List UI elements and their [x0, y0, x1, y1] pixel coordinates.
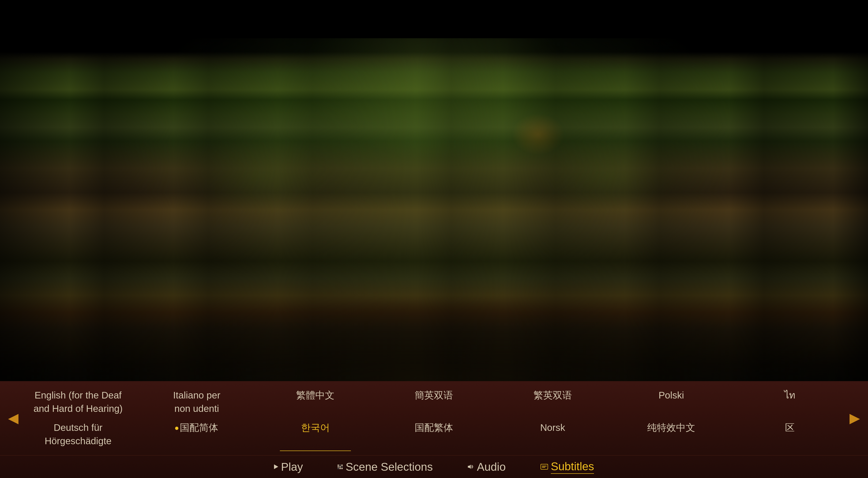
subtitle-english-hoh[interactable]: English (for the Deafand Hard of Hearing…	[19, 386, 137, 418]
scene-cell	[341, 465, 343, 466]
play-nav-item[interactable]: Play	[274, 460, 303, 473]
play-label: Play	[281, 460, 303, 473]
scene-selections-label: Scene Selections	[345, 460, 433, 473]
subtitle-pure-chinese[interactable]: 纯特效中文	[612, 418, 731, 451]
top-bar	[0, 0, 868, 38]
active-dot	[175, 427, 178, 430]
subtitle-icon	[540, 464, 548, 470]
scene-cell	[341, 466, 343, 468]
subtitle-simplified-english[interactable]: 簡英双语	[375, 386, 493, 418]
subtitles-label: Subtitles	[551, 460, 594, 474]
scene-cell	[338, 465, 339, 466]
subtitle-options-grid: English (for the Deafand Hard of Hearing…	[0, 381, 868, 455]
scene-grid-icon	[338, 465, 343, 469]
scene-cell	[339, 468, 341, 469]
svg-rect-2	[542, 466, 547, 467]
subtitle-traditional-english[interactable]: 繁英双语	[493, 386, 612, 418]
scene-selections-nav-item[interactable]: Scene Selections	[338, 460, 433, 473]
scene-row-2	[338, 466, 343, 468]
nav-bar: Play	[0, 455, 868, 478]
speaker-svg	[467, 464, 474, 469]
play-triangle	[274, 465, 278, 469]
audio-icon	[467, 464, 474, 469]
subtitle-blocked[interactable]: 区	[731, 418, 849, 451]
scene-row-1	[338, 465, 343, 466]
subtitle-polski[interactable]: Polski	[612, 386, 731, 418]
svg-rect-1	[541, 464, 548, 469]
play-icon	[274, 465, 278, 469]
audio-nav-item[interactable]: Audio	[467, 460, 506, 473]
subtitle-korean[interactable]: 한국어	[256, 418, 375, 451]
right-arrow[interactable]: ►	[846, 410, 863, 427]
subtitle-norsk[interactable]: Norsk	[493, 418, 612, 451]
scene-cell	[339, 465, 341, 466]
subtitle-traditional-chinese[interactable]: 繁體中文	[256, 386, 375, 418]
scene-cell	[339, 466, 341, 468]
left-arrow[interactable]: ◄	[5, 410, 22, 427]
svg-marker-0	[468, 465, 471, 469]
scene-cell	[338, 466, 339, 468]
screen: English (for the Deafand Hard of Hearing…	[0, 0, 868, 478]
svg-rect-3	[542, 467, 545, 468]
scene-cell	[338, 468, 339, 469]
scene-icon	[338, 465, 343, 469]
audio-label: Audio	[477, 460, 506, 473]
subtitles-nav-item[interactable]: Subtitles	[540, 460, 594, 474]
subtitle-deutsch-hoh[interactable]: Deutsch fürHörgeschädigte	[19, 418, 137, 451]
subtitle-italiano[interactable]: Italiano pernon udenti	[137, 386, 256, 418]
scene-cell	[341, 468, 343, 469]
subtitle-traditional-chinese-2[interactable]: 国配繁体	[375, 418, 493, 451]
subtitle-simplified-chinese[interactable]: 国配简体	[137, 418, 256, 451]
subtitle-thai[interactable]: ไท	[731, 386, 849, 418]
scene-row-3	[338, 468, 343, 469]
movie-background	[0, 38, 868, 381]
bottom-panel: English (for the Deafand Hard of Hearing…	[0, 381, 868, 478]
subtitle-svg	[540, 464, 548, 470]
